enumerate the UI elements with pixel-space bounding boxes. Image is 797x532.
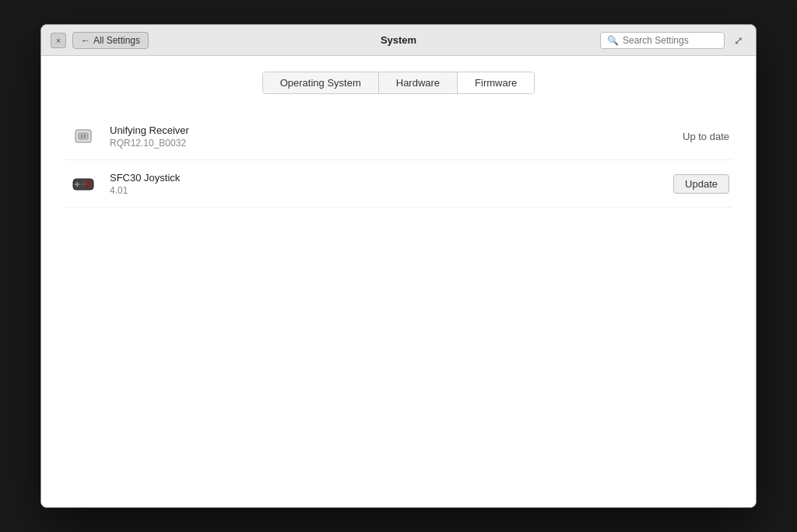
tab-operating-system[interactable]: Operating System — [263, 72, 379, 93]
titlebar-right: 🔍 ⤢ — [600, 32, 746, 49]
search-box[interactable]: 🔍 — [600, 32, 725, 49]
update-button-sfc30-joystick[interactable]: Update — [673, 174, 729, 194]
device-info-sfc30-joystick: SFC30 Joystick 4.01 — [110, 172, 673, 196]
settings-window: × ← All Settings System 🔍 ⤢ Operating Sy… — [40, 24, 757, 508]
svg-point-7 — [87, 181, 90, 184]
svg-point-8 — [90, 184, 92, 186]
content-area: Operating System Hardware Firmware — [41, 56, 756, 507]
search-icon: 🔍 — [607, 35, 619, 46]
expand-icon: ⤢ — [734, 34, 743, 47]
svg-rect-6 — [75, 184, 79, 185]
device-item-unifying-receiver: Unifying Receiver RQR12.10_B0032 Up to d… — [65, 113, 732, 160]
device-version-unifying-receiver: RQR12.10_B0032 — [110, 138, 683, 149]
back-arrow-icon: ← — [81, 35, 90, 46]
titlebar: × ← All Settings System 🔍 ⤢ — [41, 25, 756, 56]
device-list: Unifying Receiver RQR12.10_B0032 Up to d… — [57, 113, 740, 208]
close-button[interactable]: × — [51, 33, 66, 48]
device-name-sfc30-joystick: SFC30 Joystick — [110, 172, 673, 184]
svg-rect-12 — [84, 184, 86, 185]
usb-receiver-icon — [71, 124, 96, 149]
device-item-sfc30-joystick: SFC30 Joystick 4.01 Update — [65, 160, 732, 208]
device-status-unifying-receiver: Up to date — [683, 131, 729, 142]
device-action-unifying-receiver: Up to date — [683, 131, 729, 142]
device-icon-unifying-receiver — [68, 121, 99, 152]
device-name-unifying-receiver: Unifying Receiver — [110, 124, 683, 136]
device-version-sfc30-joystick: 4.01 — [110, 185, 673, 196]
titlebar-left: × ← All Settings — [51, 32, 149, 49]
window-title: System — [381, 34, 416, 46]
svg-rect-2 — [81, 135, 83, 138]
device-icon-sfc30-joystick — [68, 168, 99, 199]
svg-rect-1 — [79, 133, 88, 139]
svg-rect-3 — [84, 135, 86, 138]
tab-bar: Operating System Hardware Firmware — [262, 72, 535, 94]
device-info-unifying-receiver: Unifying Receiver RQR12.10_B0032 — [110, 124, 683, 149]
back-button[interactable]: ← All Settings — [72, 32, 149, 49]
svg-point-10 — [87, 185, 90, 187]
gamepad-icon — [71, 171, 96, 196]
tab-firmware[interactable]: Firmware — [458, 72, 534, 93]
tab-hardware[interactable]: Hardware — [379, 72, 458, 93]
close-icon: × — [56, 36, 61, 45]
expand-button[interactable]: ⤢ — [731, 33, 746, 48]
back-label: All Settings — [93, 35, 140, 46]
search-input[interactable] — [623, 35, 718, 46]
svg-rect-11 — [81, 184, 83, 185]
device-action-sfc30-joystick: Update — [673, 174, 729, 194]
